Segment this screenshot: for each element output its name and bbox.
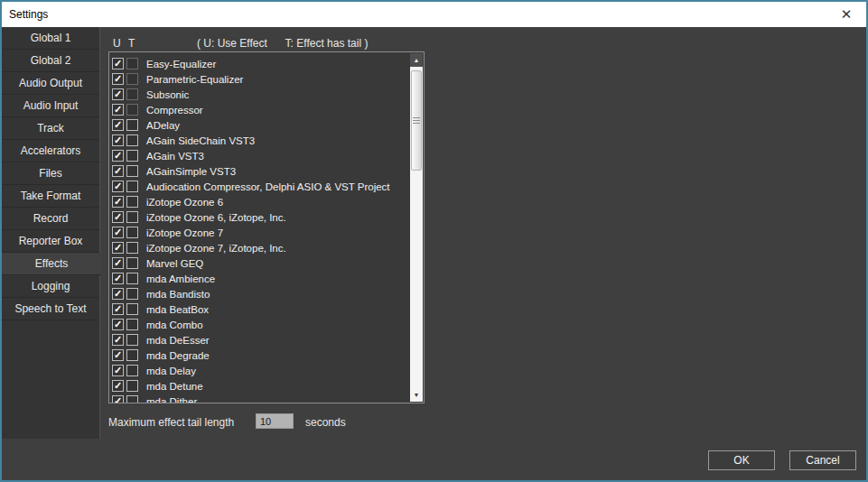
sidebar-item-logging[interactable]: Logging [2, 275, 99, 298]
effect-has-tail-checkbox [126, 104, 138, 116]
effect-name: iZotope Ozone 6 [146, 197, 223, 208]
use-effect-checkbox[interactable]: ✓ [112, 119, 124, 131]
effect-name: mda Bandisto [146, 289, 210, 300]
use-effect-checkbox[interactable]: ✓ [112, 319, 124, 330]
sidebar-item-speech-to-text[interactable]: Speech to Text [2, 298, 99, 320]
effect-has-tail-checkbox[interactable] [126, 227, 138, 238]
effect-has-tail-checkbox[interactable] [126, 380, 138, 392]
effect-has-tail-checkbox[interactable] [126, 119, 138, 131]
effect-name: mda Degrade [146, 350, 210, 361]
use-effect-checkbox[interactable]: ✓ [112, 288, 124, 300]
effect-row: ✓Subsonic [109, 87, 410, 102]
effects-listbox: ✓Easy-Equalizer✓Parametric-Equalizer✓Sub… [108, 51, 425, 403]
sidebar: Global 1Global 2Audio OutputAudio InputT… [2, 27, 100, 439]
effect-has-tail-checkbox [126, 73, 138, 85]
sidebar-item-audio-output[interactable]: Audio Output [2, 72, 99, 95]
use-effect-checkbox[interactable]: ✓ [112, 104, 124, 116]
effect-name: Marvel GEQ [146, 258, 203, 269]
effect-name: AGain SideChain VST3 [146, 135, 255, 146]
tail-length-label: Maximum effect tail length [108, 416, 234, 429]
effect-has-tail-checkbox[interactable] [126, 211, 138, 223]
effect-row: ✓mda Degrade [109, 348, 410, 363]
use-effect-checkbox[interactable]: ✓ [112, 349, 124, 361]
scroll-up-icon[interactable]: ▲ [410, 53, 423, 67]
effect-row: ✓mda Dither [109, 394, 410, 403]
effect-row: ✓Easy-Equalizer [109, 56, 410, 71]
use-effect-checkbox[interactable]: ✓ [112, 196, 124, 208]
effect-has-tail-checkbox[interactable] [126, 319, 138, 330]
close-icon[interactable]: ✕ [835, 5, 858, 23]
use-effect-checkbox[interactable]: ✓ [112, 150, 124, 162]
effect-has-tail-checkbox[interactable] [126, 181, 138, 192]
effect-has-tail-checkbox[interactable] [126, 273, 138, 284]
scrollbar[interactable]: ▲ ▼ [410, 53, 423, 402]
scroll-down-icon[interactable]: ▼ [410, 388, 423, 402]
sidebar-item-accelerators[interactable]: Accelerators [2, 140, 99, 162]
effect-has-tail-checkbox[interactable] [126, 150, 138, 162]
effect-has-tail-checkbox[interactable] [126, 257, 138, 269]
effect-has-tail-checkbox[interactable] [126, 134, 138, 146]
use-effect-checkbox[interactable]: ✓ [112, 88, 124, 100]
effect-has-tail-checkbox[interactable] [126, 288, 138, 300]
use-effect-checkbox[interactable]: ✓ [112, 165, 124, 177]
effect-row: ✓iZotope Ozone 7, iZotope, Inc. [109, 240, 410, 255]
effect-name: iZotope Ozone 7 [146, 227, 223, 238]
effects-list: ✓Easy-Equalizer✓Parametric-Equalizer✓Sub… [109, 52, 410, 403]
use-effect-checkbox[interactable]: ✓ [112, 134, 124, 146]
effect-has-tail-checkbox[interactable] [126, 165, 138, 177]
effect-row: ✓AGain VST3 [109, 148, 410, 163]
effect-has-tail-checkbox[interactable] [126, 349, 138, 361]
sidebar-item-files[interactable]: Files [2, 162, 99, 185]
use-effect-checkbox[interactable]: ✓ [112, 334, 124, 346]
effect-row: ✓Marvel GEQ [109, 255, 410, 271]
use-effect-checkbox[interactable]: ✓ [112, 365, 124, 376]
tail-length-input[interactable] [256, 413, 294, 429]
sidebar-item-global-2[interactable]: Global 2 [2, 50, 99, 72]
effect-has-tail-checkbox[interactable] [126, 303, 138, 315]
use-effect-checkbox[interactable]: ✓ [112, 181, 124, 192]
effect-row: ✓AGainSimple VST3 [109, 163, 410, 179]
effect-has-tail-checkbox[interactable] [126, 334, 138, 346]
effect-name: mda BeatBox [146, 304, 209, 315]
effect-row: ✓iZotope Ozone 6 [109, 194, 410, 209]
use-effect-checkbox[interactable]: ✓ [112, 395, 124, 403]
effect-name: Compressor [146, 105, 203, 116]
effect-row: ✓mda Combo [109, 317, 410, 332]
effect-name: ADelay [146, 120, 180, 131]
effect-has-tail-checkbox[interactable] [126, 395, 138, 403]
settings-dialog: Settings ✕ Global 1Global 2Audio OutputA… [0, 0, 868, 482]
use-effect-checkbox[interactable]: ✓ [112, 211, 124, 223]
sidebar-item-effects[interactable]: Effects [2, 253, 101, 275]
effect-row: ✓mda Delay [109, 363, 410, 378]
effect-row: ✓iZotope Ozone 7 [109, 225, 410, 240]
use-effect-checkbox[interactable]: ✓ [112, 257, 124, 269]
effect-row: ✓AGain SideChain VST3 [109, 133, 410, 148]
effect-has-tail-checkbox[interactable] [126, 196, 138, 208]
sidebar-item-reporter-box[interactable]: Reporter Box [2, 230, 99, 253]
use-effect-checkbox[interactable]: ✓ [112, 273, 124, 284]
effect-has-tail-checkbox[interactable] [126, 242, 138, 254]
use-effect-checkbox[interactable]: ✓ [112, 380, 124, 392]
sidebar-item-take-format[interactable]: Take Format [2, 185, 99, 208]
effect-name: Parametric-Equalizer [146, 74, 243, 85]
effect-name: Easy-Equalizer [146, 59, 216, 70]
sidebar-item-record[interactable]: Record [2, 208, 99, 230]
use-effect-checkbox[interactable]: ✓ [112, 303, 124, 315]
use-effect-checkbox[interactable]: ✓ [112, 242, 124, 254]
cancel-button[interactable]: Cancel [789, 450, 856, 470]
effect-row: ✓iZotope Ozone 6, iZotope, Inc. [109, 209, 410, 225]
sidebar-item-track[interactable]: Track [2, 117, 99, 140]
sidebar-item-audio-input[interactable]: Audio Input [2, 95, 99, 117]
effect-row: ✓Parametric-Equalizer [109, 71, 410, 87]
scrollbar-thumb[interactable] [411, 70, 422, 171]
ok-button[interactable]: OK [708, 450, 775, 470]
effect-row: ✓mda Ambience [109, 271, 410, 286]
use-effect-checkbox[interactable]: ✓ [112, 227, 124, 238]
effect-row: ✓mda DeEsser [109, 332, 410, 348]
sidebar-item-global-1[interactable]: Global 1 [2, 27, 99, 50]
use-effect-checkbox[interactable]: ✓ [112, 58, 124, 70]
tail-length-unit: seconds [305, 416, 346, 429]
effect-name: mda Detune [146, 381, 203, 392]
effect-has-tail-checkbox[interactable] [126, 365, 138, 376]
use-effect-checkbox[interactable]: ✓ [112, 73, 124, 85]
